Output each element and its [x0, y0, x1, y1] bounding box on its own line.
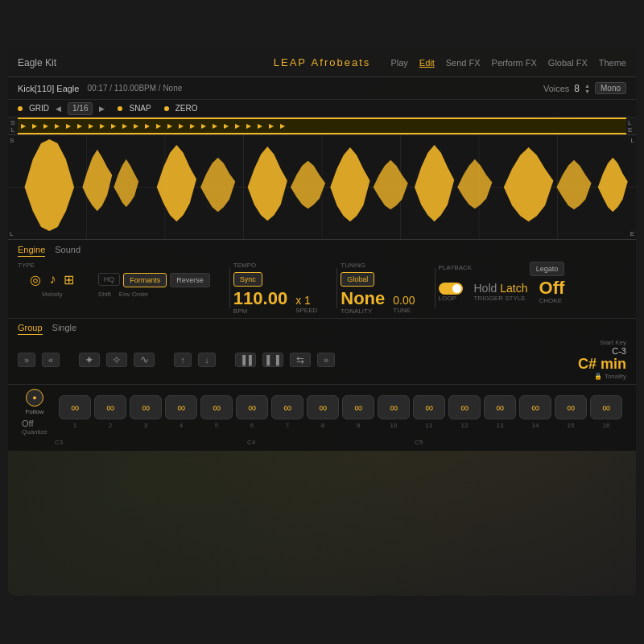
pad-4[interactable]: ∞: [165, 395, 197, 419]
pad-num-5: 5: [200, 422, 233, 429]
pad-12[interactable]: ∞: [448, 395, 481, 419]
voices-up-icon[interactable]: ▲: [584, 83, 590, 89]
follow-button[interactable]: ●: [26, 389, 43, 407]
divider-3: [435, 268, 436, 308]
choke-value: Off: [539, 279, 565, 297]
divider-1: [229, 268, 230, 308]
pad-11[interactable]: ∞: [413, 395, 445, 419]
pad-9[interactable]: ∞: [342, 395, 374, 419]
pad-16[interactable]: ∞: [590, 395, 622, 419]
reverse-button[interactable]: Reverse: [170, 273, 210, 287]
sync-button[interactable]: Sync: [233, 272, 262, 287]
voices-stepper[interactable]: ▲ ▼: [584, 83, 590, 94]
pad-5[interactable]: ∞: [200, 395, 233, 419]
loop-toggle[interactable]: [439, 283, 463, 295]
global-button[interactable]: Global: [341, 272, 374, 287]
svg-marker-18: [457, 159, 492, 209]
grid-value[interactable]: 1/16: [68, 102, 93, 115]
voices-down-icon[interactable]: ▼: [584, 89, 590, 94]
pad-13[interactable]: ∞: [484, 395, 516, 419]
latch-label: Latch: [500, 282, 527, 295]
app-title: LEAP Afrobeats: [274, 56, 371, 68]
c3-octave-label: C3: [55, 439, 89, 446]
pad-symbol-5: ∞: [213, 402, 221, 413]
pad-15[interactable]: ∞: [555, 395, 587, 419]
waveform-section[interactable]: S L L E: [8, 135, 636, 240]
marker-arrow-6: ▶: [77, 122, 82, 130]
pad-6[interactable]: ∞: [236, 395, 268, 419]
follow-label: Follow: [25, 408, 43, 415]
pad-num-16: 16: [590, 422, 622, 429]
group-pause2-btn[interactable]: ▌▐: [262, 353, 283, 367]
speed-label: Speed: [295, 307, 317, 314]
marker-arrow-20: ▶: [235, 122, 240, 130]
tab-group[interactable]: Group: [18, 323, 43, 335]
svg-marker-13: [248, 147, 287, 221]
grid-left-arrow[interactable]: ◀: [56, 105, 61, 113]
tonality-label: Tonality: [341, 308, 385, 315]
voices-label: Voices: [543, 84, 569, 93]
marker-arrow-3: ▶: [43, 122, 48, 130]
group-wave-btn[interactable]: ∿: [134, 353, 155, 367]
tab-engine[interactable]: Engine: [18, 245, 45, 257]
playback-group: PLAYBACK Legato Loop Hold Latch: [439, 262, 565, 304]
engine-section: Engine Sound TYPE ◎ ♪ ⊞ Melody: [8, 240, 636, 319]
title-leap: LEAP: [274, 56, 307, 68]
group-up-btn[interactable]: ↑: [174, 353, 192, 367]
quantize-section: Off Quantize: [22, 419, 47, 436]
pad-symbol-13: ∞: [496, 402, 504, 413]
group-pause1-btn[interactable]: ▐▐: [235, 353, 256, 367]
nav-perform-fx[interactable]: Perform FX: [492, 58, 537, 68]
marker-arrow-15: ▶: [179, 122, 184, 130]
group-rw-btn[interactable]: «: [42, 353, 60, 367]
zero-label: ZERO: [175, 104, 198, 113]
nav-links: Play Edit Send FX Perform FX Global FX T…: [390, 58, 626, 68]
group-ff-btn[interactable]: »: [18, 353, 35, 367]
pad-3[interactable]: ∞: [130, 395, 162, 419]
tab-single[interactable]: Single: [52, 323, 77, 335]
group-shuffle1-btn[interactable]: ✦: [79, 353, 100, 367]
nav-global-fx[interactable]: Global FX: [548, 58, 588, 68]
nav-send-fx[interactable]: Send FX: [446, 58, 481, 68]
pad-8[interactable]: ∞: [307, 395, 339, 419]
pad-symbol-12: ∞: [460, 402, 469, 413]
engine-tabs: Engine Sound: [18, 245, 626, 257]
nav-theme[interactable]: Theme: [599, 58, 626, 68]
pad-num-11: 11: [413, 422, 445, 429]
group-arrows-btn[interactable]: ⇆: [290, 353, 311, 367]
timeline-section[interactable]: S L ▶ ▶ ▶ ▶ ▶ ▶ ▶ ▶ ▶ ▶ ▶ ▶ ▶ ▶ ▶ ▶: [8, 118, 636, 135]
pad-7[interactable]: ∞: [271, 395, 303, 419]
marker-arrow-7: ▶: [89, 122, 93, 130]
zero-dot: [164, 106, 169, 111]
pad-14[interactable]: ∞: [519, 395, 551, 419]
svg-marker-17: [415, 145, 454, 221]
group-ff2-btn[interactable]: »: [317, 353, 335, 367]
pad-1[interactable]: ∞: [59, 395, 91, 419]
tonality-label-text: Tonality: [605, 373, 626, 380]
note-icon[interactable]: ♪: [49, 272, 56, 287]
tab-sound[interactable]: Sound: [55, 245, 80, 257]
mono-button[interactable]: Mono: [595, 82, 626, 94]
hq-button[interactable]: HQ: [98, 273, 121, 286]
legato-button[interactable]: Legato: [530, 262, 565, 276]
nav-play[interactable]: Play: [390, 58, 407, 68]
group-shuffle2-btn[interactable]: ✧: [106, 353, 127, 367]
pad-symbol-2: ∞: [106, 402, 114, 413]
pad-num-1: 1: [59, 422, 91, 429]
pad-2[interactable]: ∞: [94, 395, 126, 419]
marker-arrow-4: ▶: [55, 122, 60, 130]
pad-10[interactable]: ∞: [378, 395, 410, 419]
start-key-value: C-3: [612, 346, 626, 356]
pad-symbol-10: ∞: [390, 402, 398, 413]
marker-arrow-10: ▶: [122, 122, 127, 130]
pad-symbol-8: ∞: [319, 402, 327, 413]
group-down-btn[interactable]: ↓: [198, 353, 216, 367]
grid-icon[interactable]: ⊞: [64, 272, 74, 287]
nav-edit[interactable]: Edit: [419, 58, 435, 68]
svg-marker-14: [291, 161, 325, 209]
circle-icon[interactable]: ◎: [30, 272, 41, 287]
formants-button[interactable]: Formants: [123, 273, 167, 287]
tuning-group: TUNING Global None Tonality 0.00 Tune: [341, 262, 415, 315]
pad-num-7: 7: [271, 422, 303, 429]
grid-right-arrow[interactable]: ▶: [99, 105, 105, 113]
